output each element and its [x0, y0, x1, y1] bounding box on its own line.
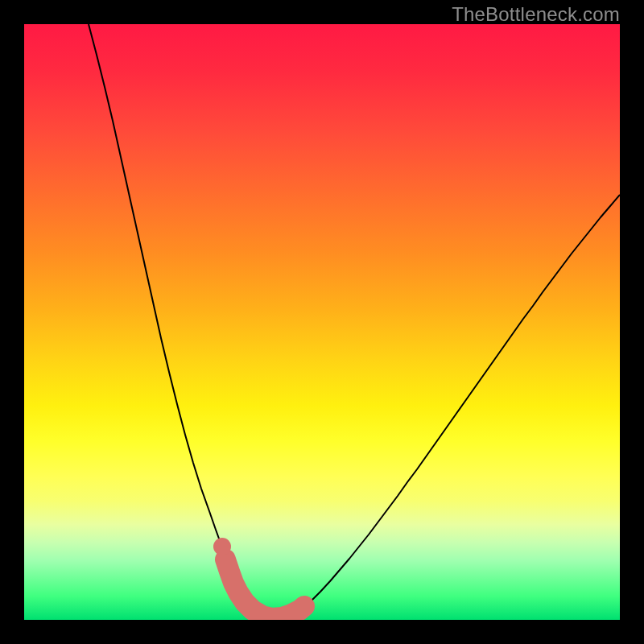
plot-area: [24, 24, 620, 620]
bottleneck-curve: [89, 24, 620, 619]
highlight-dot: [213, 538, 231, 555]
highlight-segment: [225, 559, 304, 618]
watermark-text: TheBottleneck.com: [452, 3, 620, 26]
chart-container: TheBottleneck.com: [0, 0, 644, 644]
chart-svg: [24, 24, 620, 620]
